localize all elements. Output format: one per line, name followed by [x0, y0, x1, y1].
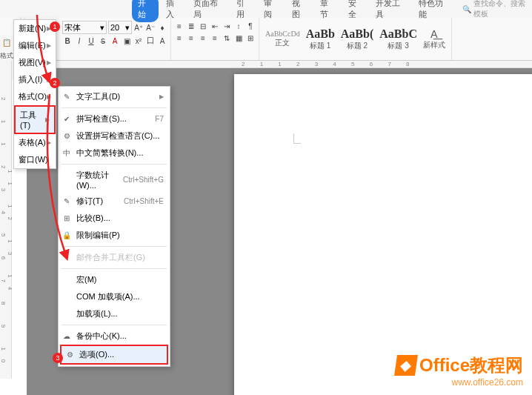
tab-insert[interactable]: 插入 [160, 0, 187, 22]
tools-addins[interactable]: 加载项(L)... [59, 305, 170, 322]
tab-security[interactable]: 安全 [342, 0, 369, 22]
indent-inc-icon[interactable]: ⇥ [222, 21, 232, 31]
multilevel-icon[interactable]: ⊟ [198, 21, 208, 31]
separator [61, 107, 167, 108]
shrink-font-icon[interactable]: A⁻ [145, 22, 156, 33]
chevron-right-icon: ▶ [159, 93, 164, 100]
borders-icon[interactable]: ⊞ [245, 33, 256, 43]
paste-icon[interactable]: 📋 [2, 39, 11, 47]
chevron-down-icon: ▾ [125, 23, 130, 33]
redo-icon[interactable]: ↷ [117, 3, 129, 15]
align-right-icon[interactable]: ≡ [198, 33, 208, 43]
shortcut-text: Ctrl+Shift+G [123, 176, 164, 184]
highlight-icon[interactable]: ▣ [122, 36, 132, 46]
styles-group: AaBbCcDd正文 AaBb标题 1 AaBb(标题 2 AaBbC标题 3 … [259, 18, 452, 60]
tools-spell-language[interactable]: ⚙设置拼写检查语言(C)... [59, 127, 170, 145]
bullets-icon[interactable]: ≡ [174, 21, 184, 31]
italic-icon[interactable]: I [74, 36, 84, 46]
chevron-down-icon: ▾ [100, 23, 104, 33]
print-icon[interactable]: 🖶 [84, 3, 96, 15]
tools-spellcheck[interactable]: ✔拼写检查(S)...F7 [59, 110, 170, 127]
justify-icon[interactable]: ≡ [210, 33, 220, 43]
undo-icon[interactable]: ↶ [101, 3, 113, 15]
watermark: ◆Office教程网 www.office26.com [396, 353, 523, 388]
tools-chinese-convert[interactable]: 中中文简繁转换(N)... [59, 145, 170, 162]
tab-view[interactable]: 视图 [286, 0, 313, 22]
tools-options[interactable]: ⚙选项(O)... [60, 345, 168, 365]
numbering-icon[interactable]: ≣ [186, 21, 196, 31]
gear-icon: ⚙ [64, 351, 75, 359]
tab-start[interactable]: 开始 [132, 0, 159, 22]
strike-icon[interactable]: S̶ [98, 36, 108, 46]
annotation-arrow-1 [35, 13, 57, 87]
tools-backup-center[interactable]: ☁备份中心(K)... [59, 328, 170, 345]
annotation-arrow-2 [45, 78, 75, 263]
file-label[interactable]: 文件 [19, 3, 31, 15]
tools-macros[interactable]: 宏(M) [59, 271, 170, 288]
sort-icon[interactable]: ↕ [233, 21, 244, 31]
char-border-icon[interactable]: 囗 [145, 36, 156, 46]
font-group: 宋体▾ 20▾ A⁺ A⁻ ♦ B I U S̶ A ▣ x² 囗 A [59, 18, 171, 60]
tab-devtools[interactable]: 开发工具 [370, 0, 410, 22]
search-icon: 🔍 [462, 5, 471, 13]
tab-references[interactable]: 引用 [230, 0, 257, 22]
indent-dec-icon[interactable]: ⇤ [210, 21, 220, 31]
tab-chapter[interactable]: 章节 [314, 0, 341, 22]
tools-track-changes[interactable]: ✎修订(T)Ctrl+Shift+E [59, 193, 170, 210]
shortcut-text: Ctrl+Shift+E [124, 197, 164, 205]
tab-review[interactable]: 审阅 [258, 0, 285, 22]
watermark-url: www.office26.com [396, 377, 523, 388]
separator [61, 268, 167, 269]
tools-com-addins[interactable]: COM 加载项(A)... [59, 288, 170, 305]
new-style-button[interactable]: A͟新样式 [423, 28, 445, 50]
style-h3[interactable]: AaBbC标题 3 [379, 27, 417, 51]
shortcut-text: F7 [155, 115, 164, 123]
search-placeholder: 查找命令、搜索模板 [473, 0, 532, 19]
tools-text-tools[interactable]: ✎文字工具(D)▶ [59, 88, 170, 105]
ribbon: 📋 格式刷 宋体▾ 20▾ A⁺ A⁻ ♦ B I U S̶ A ▣ x² 囗 … [0, 18, 532, 61]
step-badge-3: 3 [53, 353, 63, 363]
style-h2[interactable]: AaBb(标题 2 [341, 27, 373, 51]
tools-word-count[interactable]: 字数统计(W)...Ctrl+Shift+G [59, 167, 170, 193]
align-center-icon[interactable]: ≡ [186, 33, 196, 43]
tools-compare[interactable]: ⊞比较(B)... [59, 210, 170, 227]
tools-protect[interactable]: 🔒限制编辑(P) [59, 227, 170, 244]
char-shading-icon[interactable]: A [157, 36, 167, 46]
superscript-icon[interactable]: x² [133, 36, 144, 46]
tools-mailmerge: 邮件合并工具栏(G) [59, 249, 170, 266]
vertical-ruler: 2 1 1 2 3 4 5 6 7 8 9 10 11 12 13 14 [0, 61, 12, 379]
show-marks-icon[interactable]: ¶ [245, 21, 256, 31]
grow-font-icon[interactable]: A⁺ [133, 22, 144, 33]
separator [61, 164, 167, 165]
separator [61, 246, 167, 247]
underline-icon[interactable]: U [86, 36, 96, 46]
style-h1[interactable]: AaBb标题 1 [306, 27, 335, 51]
bold-icon[interactable]: B [62, 36, 73, 46]
font-name-select[interactable]: 宋体▾ [62, 21, 107, 34]
font-size-select[interactable]: 20▾ [108, 21, 132, 34]
watermark-title: Office教程网 [419, 353, 523, 377]
line-spacing-icon[interactable]: ⇅ [222, 33, 232, 43]
style-body[interactable]: AaBbCcDd正文 [265, 30, 300, 48]
align-left-icon[interactable]: ≡ [174, 33, 184, 43]
office-logo-icon: ◆ [394, 355, 418, 376]
command-search[interactable]: 🔍查找命令、搜索模板 [462, 0, 532, 19]
print-preview-icon[interactable]: 🗎 [68, 3, 80, 15]
margin-marker [293, 133, 301, 144]
menu-icon[interactable]: ≡ [3, 3, 15, 15]
shading-icon[interactable]: ▦ [233, 33, 244, 43]
tab-layout[interactable]: 页面布局 [187, 0, 228, 22]
separator [61, 325, 167, 325]
cloud-icon: ☁ [61, 332, 72, 340]
horizontal-ruler: 2 1 1 2 3 4 5 6 7 8 [27, 61, 532, 68]
paragraph-group: ≡ ≣ ⊟ ⇤ ⇥ ↕ ¶ ≡ ≡ ≡ ≡ ⇅ ▦ ⊞ [171, 18, 259, 60]
document-page[interactable] [234, 74, 532, 395]
clear-format-icon[interactable]: ♦ [157, 22, 167, 33]
tab-special[interactable]: 特色功能 [413, 0, 453, 22]
font-color-icon[interactable]: A [110, 36, 120, 46]
